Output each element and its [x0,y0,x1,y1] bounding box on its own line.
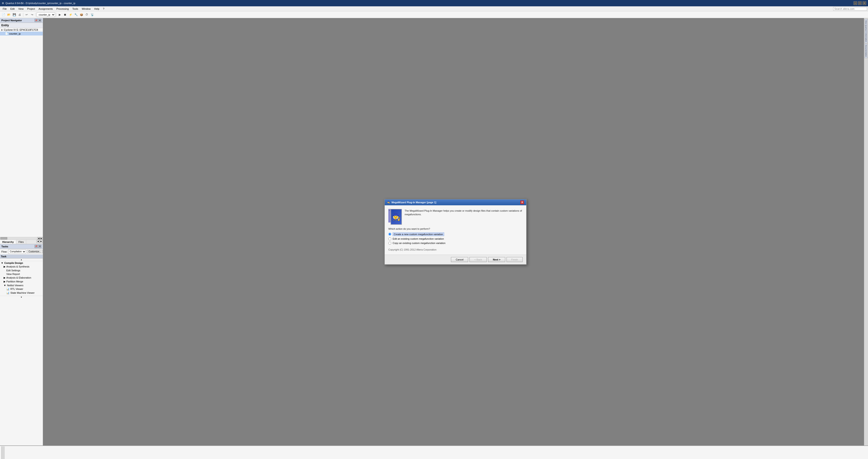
flow-label: Flow: [1,250,7,253]
tree-label-cyclone: Cyclone IV E: EP4CE10F17C8 [4,29,38,31]
radio-option-edit: Edit an existing custom megafunction var… [388,237,523,240]
tasks-pin-btn[interactable]: 📌 [35,245,38,248]
back-button[interactable]: < Back [469,257,487,262]
search-input[interactable] [833,7,867,11]
wizard-icon: 🧙 [391,209,402,225]
panel-close-btn[interactable]: ✕ [38,19,41,22]
task-view-report[interactable]: View Report [0,272,43,276]
title-bar-controls[interactable]: ─ □ ✕ [854,1,866,5]
h-scrollbar[interactable]: ◀ ▶ [0,237,43,240]
analysis-label: Analysis & Synthesis [6,265,29,268]
flow-row: Flow: Compilation Customize... [0,249,43,254]
toolbar-print-btn[interactable]: 🖨 [17,12,22,17]
tasks-close-btn[interactable]: ✕ [38,245,41,248]
right-panel-documentation[interactable]: Documentation [865,43,868,58]
toolbar-stop-btn[interactable]: ⏹ [63,12,68,17]
toolbar-program-btn[interactable]: 📡 [90,12,95,17]
cancel-button[interactable]: Cancel [451,257,468,262]
toolbar-sep-1 [23,13,23,17]
radio-create[interactable] [388,233,391,236]
panel-header-controls[interactable]: 📌 ✕ [35,19,41,22]
tasks-panel: Tasks 📌 ✕ Flow: Compilation Customize...… [0,244,43,446]
next-button[interactable]: Next > [488,257,505,262]
task-analysis-elaboration[interactable]: ▶ Analysis & Elaboration [0,276,43,280]
task-compile-design[interactable]: ▼ Compile Design [0,261,43,265]
toolbar-sep-2 [35,13,36,17]
task-netlist-viewers[interactable]: ▼ Netlist Viewers [0,283,43,287]
task-scroll-down-btn[interactable]: ▼ [20,296,23,299]
tab-prev-btn[interactable]: ◀ [36,240,39,243]
finish-button[interactable]: Finish [506,257,523,262]
project-dropdown[interactable]: counter_ip [37,12,55,17]
netlist-arrow: ▼ [4,284,6,287]
right-sidebar: View Quartus II Information Documentatio… [864,18,868,446]
toolbar-undo-btn[interactable]: ↩ [24,12,29,17]
menu-help-icon[interactable]: ? [101,7,106,11]
wizard-image-area: ← 🧙 [388,209,402,225]
task-edit-settings[interactable]: Edit Settings [0,269,43,272]
toolbar-save-btn[interactable]: 💾 [12,12,17,17]
customize-button[interactable]: Customize... [27,250,43,253]
task-partition-merge[interactable]: ▶ Partition Merge [0,280,43,283]
scroll-right-btn[interactable]: ▶ [40,237,43,240]
toolbar-fit-btn[interactable]: 🔧 [73,12,79,17]
menu-file[interactable]: File [1,7,8,11]
messages-side-label: Messages [1,446,5,459]
tab-nav-arrows[interactable]: ◀ ▶ [36,240,43,244]
toolbar-open-btn[interactable]: 📂 [6,12,11,17]
dialog-title-left: 🧙 MegaWizard Plug-In Manager [page 1] [387,201,436,204]
minimize-button[interactable]: ─ [854,1,857,5]
menu-window[interactable]: Window [80,7,92,11]
toolbar-analyze-btn[interactable]: ⚡ [68,12,73,17]
toolbar-timing-btn[interactable]: ⏱ [84,12,89,17]
toolbar-redo-btn[interactable]: ↪ [30,12,35,17]
bottom-messages-area: Messages All ● ▲ ℹ ⊘ <<Search>> System P… [0,446,868,459]
menu-tools[interactable]: Tools [70,7,80,11]
scroll-left-btn[interactable]: ◀ [37,237,40,240]
menu-assignments[interactable]: Assignments [37,7,55,11]
dialog-close-button[interactable]: ✕ [520,201,524,204]
task-analysis-synthesis[interactable]: ▶ Analysis & Synthesis [0,265,43,269]
tasks-header: Tasks 📌 ✕ [0,244,43,249]
toolbar-assemble-btn[interactable]: 📦 [79,12,84,17]
h-scroll-handle[interactable] [0,237,7,240]
tree-item-counter[interactable]: 📄 counter_ip [0,32,43,35]
maximize-button[interactable]: □ [858,1,862,5]
radio-option-create: Create a new custom megafunction variati… [388,233,523,236]
right-panel-quartus-info[interactable]: View Quartus II Information [865,19,868,43]
task-state-machine-viewer[interactable]: 📊 State Machine Viewer [0,291,43,295]
menu-processing[interactable]: Processing [55,7,70,11]
dialog-icon: 🧙 [387,201,390,204]
task-scroll-down[interactable]: ▼ [0,296,43,299]
project-navigator-panel: Project Navigator 📌 ✕ Entity ▶ Cyclone I… [0,18,43,446]
tab-hierarchy[interactable]: Hierarchy [0,240,16,244]
edit-settings-label: Edit Settings [6,269,20,272]
task-scroll-up-btn[interactable]: ▲ [20,258,23,261]
toolbar-compile-btn[interactable]: ▶ [57,12,62,17]
panel-pin-btn[interactable]: 📌 [35,19,38,22]
tree-item-cyclone[interactable]: ▶ Cyclone IV E: EP4CE10F17C8 [0,28,43,32]
close-button[interactable]: ✕ [863,1,866,5]
flow-select[interactable]: Compilation [8,250,26,254]
task-rtl-viewer[interactable]: 📊 RTL Viewer [0,287,43,291]
menu-project[interactable]: Project [25,7,37,11]
radio-edit[interactable] [388,237,391,240]
tree-icon-counter: 📄 [5,32,8,35]
dialog-overlay: 🧙 MegaWizard Plug-In Manager [page 1] ✕ … [43,18,868,446]
task-scroll-up[interactable]: ▲ [0,258,43,261]
rtl-label: RTL Viewer [10,287,23,290]
netlist-label: Netlist Viewers [7,284,24,287]
radio-edit-label: Edit an existing custom megafunction var… [393,237,444,240]
h-scroll-arrows[interactable]: ◀ ▶ [37,237,43,240]
wizard-back-arrow: ← [388,209,391,222]
menu-help[interactable]: Help [92,7,101,11]
tab-files[interactable]: Files [16,240,26,244]
menu-edit[interactable]: Edit [8,7,17,11]
toolbar-new-btn[interactable]: 📄 [1,12,6,17]
wizard-hat-icon: 🧙 [392,213,401,221]
tab-next-btn[interactable]: ▶ [39,240,43,243]
dialog-question: Which action do you want to perform? [388,227,523,230]
radio-copy[interactable] [388,242,391,245]
menu-view[interactable]: View [17,7,26,11]
tasks-header-controls[interactable]: 📌 ✕ [35,245,41,248]
